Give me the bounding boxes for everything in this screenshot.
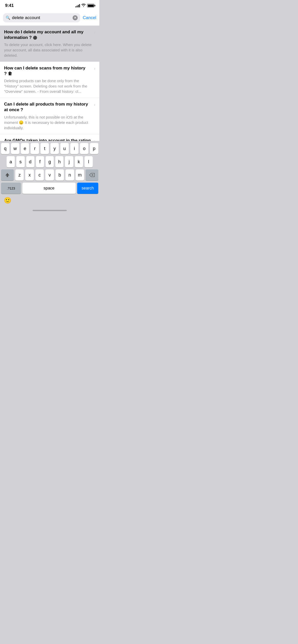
result-item[interactable]: Can I delete all products from my histor… xyxy=(0,98,99,134)
result-title: How can I delete scans from my history ?… xyxy=(4,65,92,77)
key-y[interactable]: y xyxy=(50,143,59,154)
shift-key[interactable] xyxy=(1,169,14,181)
key-o[interactable]: o xyxy=(80,143,88,154)
wifi-icon xyxy=(82,4,86,8)
signal-icon xyxy=(75,4,80,7)
space-key[interactable]: space xyxy=(22,183,75,194)
key-f[interactable]: f xyxy=(36,156,44,167)
search-icon: 🔍 xyxy=(6,16,10,20)
chevron-right-icon: › xyxy=(94,30,95,35)
key-u[interactable]: u xyxy=(60,143,69,154)
status-icons xyxy=(75,4,94,8)
battery-icon xyxy=(87,4,94,7)
key-a[interactable]: a xyxy=(7,156,15,167)
symbols-key[interactable]: .?123 xyxy=(1,183,21,194)
key-k[interactable]: k xyxy=(75,156,83,167)
keyboard-row-3: z x c v b n m xyxy=(0,169,99,181)
clear-icon: ✕ xyxy=(74,16,76,20)
key-r[interactable]: r xyxy=(31,143,39,154)
home-bar xyxy=(33,210,67,211)
search-input[interactable] xyxy=(12,15,71,20)
home-indicator xyxy=(0,206,99,215)
result-content: Can I delete all products from my histor… xyxy=(4,101,92,130)
backspace-key[interactable] xyxy=(86,169,98,181)
result-content: How do I delete my account and all my in… xyxy=(4,29,92,58)
key-n[interactable]: n xyxy=(65,169,74,181)
key-c[interactable]: c xyxy=(35,169,44,181)
key-h[interactable]: h xyxy=(55,156,63,167)
key-m[interactable]: m xyxy=(76,169,84,181)
key-q[interactable]: q xyxy=(1,143,9,154)
result-item[interactable]: How do I delete my account and all my in… xyxy=(0,26,99,62)
chevron-right-icon: › xyxy=(94,66,95,71)
result-title: How do I delete my account and all my in… xyxy=(4,29,92,40)
key-z[interactable]: z xyxy=(15,169,24,181)
key-v[interactable]: v xyxy=(45,169,54,181)
key-i[interactable]: i xyxy=(70,143,79,154)
key-s[interactable]: s xyxy=(16,156,24,167)
key-g[interactable]: g xyxy=(46,156,54,167)
keyboard: q w e r t y u i o p a s d f g h j k l z … xyxy=(0,141,99,215)
key-j[interactable]: j xyxy=(65,156,73,167)
key-e[interactable]: e xyxy=(21,143,29,154)
key-w[interactable]: w xyxy=(11,143,19,154)
status-bar: 9:41 xyxy=(0,0,99,11)
key-t[interactable]: t xyxy=(40,143,49,154)
result-desc: Deleting products can be done only from … xyxy=(4,78,92,94)
status-time: 9:41 xyxy=(5,3,14,8)
result-content: How can I delete scans from my history ?… xyxy=(4,65,92,94)
cancel-button[interactable]: Cancel xyxy=(83,15,96,20)
key-p[interactable]: p xyxy=(90,143,98,154)
chevron-right-icon: › xyxy=(94,103,95,107)
keyboard-bottom-row: .?123 space search xyxy=(0,183,99,194)
clear-button[interactable]: ✕ xyxy=(73,15,78,20)
result-item[interactable]: How can I delete scans from my history ?… xyxy=(0,62,99,98)
result-desc: To delete your account, click here. When… xyxy=(4,42,92,58)
key-b[interactable]: b xyxy=(56,169,64,181)
search-input-wrap[interactable]: 🔍 ✕ xyxy=(3,13,80,22)
search-bar: 🔍 ✕ Cancel xyxy=(0,11,99,26)
keyboard-row-2: a s d f g h j k l xyxy=(0,156,99,167)
key-l[interactable]: l xyxy=(85,156,93,167)
key-d[interactable]: d xyxy=(26,156,34,167)
key-x[interactable]: x xyxy=(25,169,34,181)
keyboard-row-1: q w e r t y u i o p xyxy=(0,143,99,154)
result-title: Can I delete all products from my histor… xyxy=(4,101,92,113)
emoji-key[interactable]: 🙂 xyxy=(2,195,13,206)
search-key[interactable]: search xyxy=(77,183,98,194)
result-desc: Unfortunately, this is not possible on i… xyxy=(4,114,92,130)
